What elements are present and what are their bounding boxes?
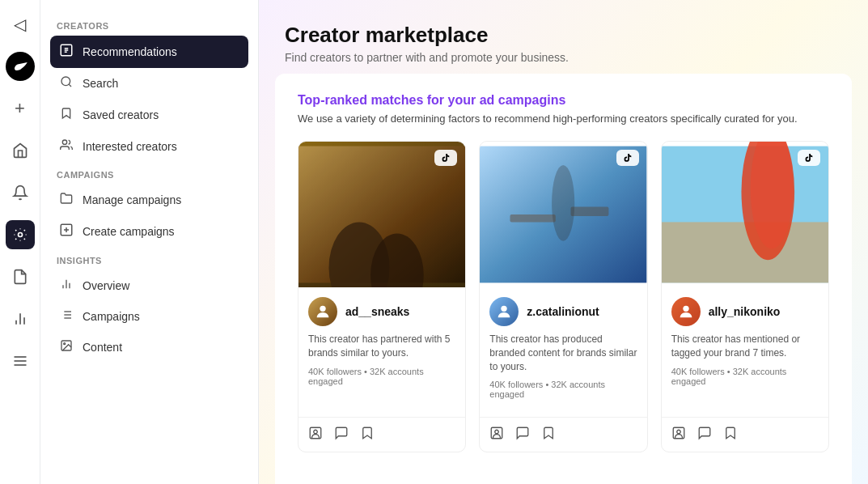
creator-info-ally-nikoniko: ally_nikoniko	[671, 297, 819, 326]
save-btn-ally-nikoniko[interactable]	[723, 426, 738, 444]
tiktok-badge-3	[798, 150, 820, 166]
sidebar-item-interested-creators[interactable]: Interested creators	[50, 131, 248, 162]
creator-card-z-catalinionut: z.catalinionut This creator has produced…	[479, 141, 647, 452]
svg-point-28	[320, 306, 325, 312]
card-body-ally-nikoniko: ally_nikoniko This creator has mentioned…	[662, 287, 828, 417]
tiktok-badge-2	[616, 150, 639, 166]
save-btn-z-catalinionut[interactable]	[541, 426, 556, 444]
card-actions-ally-nikoniko	[662, 417, 828, 452]
profile-btn-z-catalinionut[interactable]	[489, 426, 504, 444]
reports-icon[interactable]	[6, 262, 35, 291]
svg-rect-32	[510, 214, 556, 222]
bar-chart-icon	[58, 278, 74, 294]
sidebar-item-create-campaigns[interactable]: Create campaigns	[50, 215, 248, 248]
overview-label: Overview	[83, 279, 129, 292]
svg-rect-39	[662, 222, 828, 282]
card-actions-z-catalinionut	[480, 417, 646, 452]
card-body-z-catalinionut: z.catalinionut This creator has produced…	[480, 287, 646, 417]
creator-handle-ally-nikoniko: ally_nikoniko	[709, 305, 781, 318]
message-btn-ally-nikoniko[interactable]	[697, 426, 712, 444]
creator-stats-z-catalinionut: 40K followers • 32K accounts engaged	[489, 380, 637, 399]
sidebar-item-overview[interactable]: Overview	[50, 270, 248, 301]
campaigns-insights-label: Campaigns	[83, 310, 140, 323]
home-icon[interactable]	[6, 136, 35, 165]
card-actions-ad-sneaks	[299, 417, 465, 452]
svg-point-37	[495, 431, 499, 435]
sidebar-item-manage-campaigns[interactable]: Manage campaigns	[50, 185, 248, 215]
campaigns-section-label: Campaigns	[50, 162, 248, 185]
save-btn-ad-sneaks[interactable]	[360, 426, 375, 444]
svg-point-30	[314, 431, 318, 435]
creators-section-label: Creators	[50, 13, 248, 36]
content-panel: Top-ranked matches for your ad campagins…	[275, 74, 852, 484]
people-icon	[58, 138, 74, 155]
avatar-z-catalinionut	[489, 297, 519, 326]
page-title: Creator marketplace	[285, 23, 842, 48]
creator-card-ad-sneaks: ad__sneaks This creator has partnered wi…	[298, 141, 466, 452]
svg-point-0	[18, 233, 22, 237]
card-image-ad-sneaks	[299, 142, 465, 287]
creator-cards-row: ad__sneaks This creator has partnered wi…	[298, 141, 829, 452]
insights-section-label: Insights	[50, 248, 248, 270]
plus-square-icon	[58, 223, 74, 240]
creator-desc-ad-sneaks: This creator has partnered with 5 brands…	[308, 333, 455, 360]
bookmark-icon	[58, 106, 74, 124]
content-label: Content	[83, 341, 122, 354]
profile-btn-ad-sneaks[interactable]	[308, 426, 323, 444]
svg-rect-27	[299, 146, 465, 283]
create-campaigns-label: Create campaigns	[83, 225, 175, 238]
page-header: Creator marketplace Find creators to par…	[259, 0, 868, 74]
creator-stats-ad-sneaks: 40K followers • 32K accounts engaged	[308, 367, 455, 386]
interested-creators-label: Interested creators	[83, 140, 177, 153]
svg-point-9	[62, 140, 66, 144]
card-body-ad-sneaks: ad__sneaks This creator has partnered wi…	[299, 287, 465, 417]
saved-creators-label: Saved creators	[83, 108, 159, 121]
creator-info-z-catalinionut: z.catalinionut	[489, 297, 637, 326]
creator-handle-ad-sneaks: ad__sneaks	[345, 305, 409, 318]
sidebar-item-campaigns-insights[interactable]: Campaigns	[50, 301, 248, 332]
svg-point-35	[502, 306, 507, 312]
creator-card-ally-nikoniko: ally_nikoniko This creator has mentioned…	[661, 141, 829, 452]
sidebar-item-search[interactable]: Search	[50, 68, 248, 99]
sidebar-item-content[interactable]: Content	[50, 332, 248, 363]
hamburger-menu-icon[interactable]	[6, 346, 35, 376]
manage-campaigns-label: Manage campaigns	[83, 193, 181, 206]
back-nav-icon[interactable]: ◁	[6, 10, 35, 39]
avatar-ad-sneaks	[308, 297, 337, 326]
svg-point-23	[64, 343, 66, 345]
svg-point-8	[61, 77, 70, 86]
creator-marketplace-nav-icon[interactable]	[6, 220, 35, 249]
message-btn-ad-sneaks[interactable]	[334, 426, 349, 444]
search-label: Search	[83, 77, 118, 90]
notifications-icon[interactable]	[6, 178, 35, 207]
svg-point-42	[683, 306, 688, 312]
image-icon	[58, 339, 74, 355]
folder-icon	[58, 192, 74, 208]
add-icon[interactable]: +	[6, 94, 35, 123]
creator-info-ad-sneaks: ad__sneaks	[308, 297, 455, 326]
svg-point-34	[552, 165, 574, 241]
analytics-icon[interactable]	[6, 304, 35, 333]
profile-btn-ally-nikoniko[interactable]	[671, 426, 686, 444]
creator-stats-ally-nikoniko: 40K followers • 32K accounts engaged	[671, 367, 819, 386]
card-image-ally-nikoniko	[662, 142, 828, 287]
sidebar-item-saved-creators[interactable]: Saved creators	[50, 99, 248, 131]
recommendations-label: Recommendations	[83, 45, 177, 58]
search-icon	[58, 75, 74, 91]
icon-bar: ◁ +	[0, 0, 40, 484]
tiktok-badge-1	[434, 150, 457, 166]
recommendations-icon	[58, 43, 74, 61]
creator-desc-z-catalinionut: This creator has produced branded conten…	[489, 333, 637, 373]
nike-logo-icon[interactable]	[6, 52, 35, 81]
svg-rect-33	[571, 207, 609, 216]
avatar-ally-nikoniko	[671, 297, 701, 326]
main-content: Creator marketplace Find creators to par…	[259, 0, 868, 484]
svg-point-44	[676, 431, 680, 435]
creator-desc-ally-nikoniko: This creator has mentioned or tagged you…	[671, 333, 819, 360]
page-subtitle: Find creators to partner with and promot…	[285, 51, 842, 64]
section-description: We use a variety of determining factors …	[298, 113, 829, 125]
sidebar: Creators Recommendations Search Saved cr…	[40, 0, 259, 484]
list-icon	[58, 308, 74, 325]
message-btn-z-catalinionut[interactable]	[515, 426, 530, 444]
sidebar-item-recommendations[interactable]: Recommendations	[50, 36, 248, 68]
